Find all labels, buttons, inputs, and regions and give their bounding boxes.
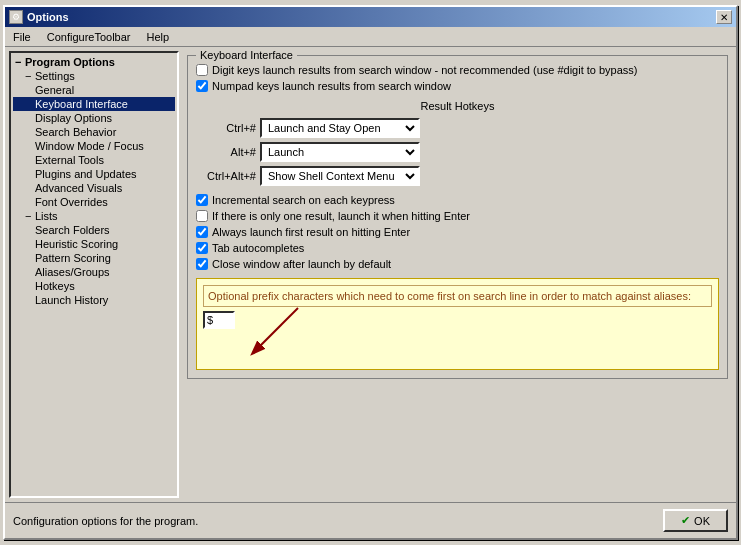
options-window: ⚙ Options ✕ File ConfigureToolbar Help −… xyxy=(3,5,738,540)
main-panel: Keyboard Interface Digit keys launch res… xyxy=(183,51,732,498)
tab-autocomplete-checkbox[interactable] xyxy=(196,242,208,254)
hotkeys-title: Result Hotkeys xyxy=(196,100,719,112)
hotkey-ctrl-alt-select[interactable]: Launch and Stay Open Launch Show Shell C… xyxy=(260,166,420,186)
sidebar-item-program-options[interactable]: −Program Options xyxy=(13,55,175,69)
close-window-checkbox[interactable] xyxy=(196,258,208,270)
prefix-box: Optional prefix characters which need to… xyxy=(196,278,719,370)
sidebar-item-plugins-and-updates[interactable]: Plugins and Updates xyxy=(13,167,175,181)
sidebar-item-aliases-groups[interactable]: Aliases/Groups xyxy=(13,265,175,279)
window-title: Options xyxy=(27,11,69,23)
hotkey-ctrl-select[interactable]: Launch and Stay Open Launch Show Shell C… xyxy=(260,118,420,138)
one-result-checkbox[interactable] xyxy=(196,210,208,222)
sidebar-item-heuristic-scoring[interactable]: Heuristic Scoring xyxy=(13,237,175,251)
sidebar-item-external-tools[interactable]: External Tools xyxy=(13,153,175,167)
menu-help[interactable]: Help xyxy=(143,30,174,44)
digit-keys-label: Digit keys launch results from search wi… xyxy=(212,64,638,76)
numpad-keys-checkbox[interactable] xyxy=(196,80,208,92)
hotkey-ctrl-alt-label: Ctrl+Alt+# xyxy=(196,170,256,182)
sidebar-item-window-mode-focus[interactable]: Window Mode / Focus xyxy=(13,139,175,153)
menu-configure-toolbar[interactable]: ConfigureToolbar xyxy=(43,30,135,44)
keyboard-interface-group: Keyboard Interface Digit keys launch res… xyxy=(187,55,728,379)
content-area: −Program Options −Settings General Keybo… xyxy=(5,47,736,502)
sidebar-item-general[interactable]: General xyxy=(13,83,175,97)
tab-autocomplete-label: Tab autocompletes xyxy=(212,242,304,254)
prefix-input[interactable] xyxy=(203,311,235,329)
svg-line-1 xyxy=(253,308,298,353)
sidebar-item-keyboard-interface[interactable]: Keyboard Interface xyxy=(13,97,175,111)
sidebar-item-settings[interactable]: −Settings xyxy=(13,69,175,83)
footer: Configuration options for the program. ✔… xyxy=(5,502,736,538)
incremental-row: Incremental search on each keypress xyxy=(196,194,719,206)
incremental-checkbox[interactable] xyxy=(196,194,208,206)
sidebar-item-launch-history[interactable]: Launch History xyxy=(13,293,175,307)
arrow-indicator-icon xyxy=(243,303,323,363)
always-launch-label: Always launch first result on hitting En… xyxy=(212,226,410,238)
incremental-label: Incremental search on each keypress xyxy=(212,194,395,206)
hotkey-row-ctrl: Ctrl+# Launch and Stay Open Launch Show … xyxy=(196,118,719,138)
digit-keys-row: Digit keys launch results from search wi… xyxy=(196,64,719,76)
menu-file[interactable]: File xyxy=(9,30,35,44)
sidebar-item-search-folders[interactable]: Search Folders xyxy=(13,223,175,237)
menubar: File ConfigureToolbar Help xyxy=(5,27,736,47)
ok-button[interactable]: ✔ OK xyxy=(663,509,728,532)
always-launch-row: Always launch first result on hitting En… xyxy=(196,226,719,238)
window-icon: ⚙ xyxy=(9,10,23,24)
numpad-keys-row: Numpad keys launch results from search w… xyxy=(196,80,719,92)
one-result-row: If there is only one result, launch it w… xyxy=(196,210,719,222)
close-window-label: Close window after launch by default xyxy=(212,258,391,270)
sidebar-item-lists[interactable]: −Lists xyxy=(13,209,175,223)
digit-keys-checkbox[interactable] xyxy=(196,64,208,76)
numpad-keys-label: Numpad keys launch results from search w… xyxy=(212,80,451,92)
sidebar-item-search-behavior[interactable]: Search Behavior xyxy=(13,125,175,139)
always-launch-checkbox[interactable] xyxy=(196,226,208,238)
hotkeys-section: Result Hotkeys Ctrl+# Launch and Stay Op… xyxy=(196,100,719,186)
hotkey-row-ctrl-alt: Ctrl+Alt+# Launch and Stay Open Launch S… xyxy=(196,166,719,186)
titlebar: ⚙ Options ✕ xyxy=(5,7,736,27)
hotkey-ctrl-label: Ctrl+# xyxy=(196,122,256,134)
sidebar-item-hotkeys[interactable]: Hotkeys xyxy=(13,279,175,293)
ok-icon: ✔ xyxy=(681,514,690,527)
ok-label: OK xyxy=(694,515,710,527)
close-button[interactable]: ✕ xyxy=(716,10,732,24)
one-result-label: If there is only one result, launch it w… xyxy=(212,210,470,222)
close-window-row: Close window after launch by default xyxy=(196,258,719,270)
group-title: Keyboard Interface xyxy=(196,51,297,61)
sidebar-item-display-options[interactable]: Display Options xyxy=(13,111,175,125)
status-text: Configuration options for the program. xyxy=(13,515,198,527)
sidebar-item-pattern-scoring[interactable]: Pattern Scoring xyxy=(13,251,175,265)
sidebar: −Program Options −Settings General Keybo… xyxy=(9,51,179,498)
hotkey-alt-label: Alt+# xyxy=(196,146,256,158)
titlebar-left: ⚙ Options xyxy=(9,10,69,24)
hotkey-alt-select[interactable]: Launch and Stay Open Launch Show Shell C… xyxy=(260,142,420,162)
sidebar-item-advanced-visuals[interactable]: Advanced Visuals xyxy=(13,181,175,195)
tab-autocomplete-row: Tab autocompletes xyxy=(196,242,719,254)
sidebar-item-font-overrides[interactable]: Font Overrides xyxy=(13,195,175,209)
hotkey-row-alt: Alt+# Launch and Stay Open Launch Show S… xyxy=(196,142,719,162)
